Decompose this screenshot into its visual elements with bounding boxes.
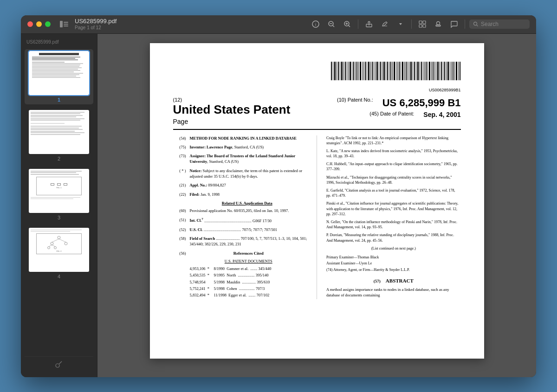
- svg-rect-65: [382, 62, 382, 80]
- svg-rect-99: [440, 62, 440, 80]
- page-thumb-1[interactable]: 1: [25, 49, 93, 104]
- zoom-in-icon[interactable]: [341, 18, 354, 31]
- ref-num-3: 5,748,954: [190, 279, 212, 285]
- svg-rect-78: [404, 62, 405, 80]
- svg-rect-76: [401, 62, 401, 80]
- minimize-button[interactable]: [36, 21, 42, 27]
- svg-point-29: [48, 247, 50, 249]
- svg-line-27: [52, 239, 59, 242]
- examiner-primary: Primary Examiner—Thomas Black: [326, 255, 461, 260]
- field-52-label: U.S. Cl.: [190, 227, 203, 232]
- ref-detail-5: 11/1998 Egger et al. ....... 707/102: [214, 292, 270, 298]
- svg-point-24: [58, 236, 60, 239]
- field-60-content: Provisional application No. 60/035,205, …: [190, 208, 308, 213]
- page-thumb-4[interactable]: FIG. 2 4: [25, 226, 93, 281]
- svg-rect-91: [426, 62, 427, 80]
- patent-id-text: US006285999B1: [173, 88, 461, 92]
- stamp-icon[interactable]: [432, 18, 445, 31]
- svg-rect-51: [358, 62, 359, 80]
- info-icon[interactable]: i: [309, 18, 322, 31]
- thumbnails-icon[interactable]: [416, 18, 429, 31]
- ref-item-1: 4,953,106 * 8/1990 Gansner et al. ......…: [190, 266, 308, 271]
- svg-line-28: [59, 239, 66, 242]
- svg-rect-85: [416, 62, 416, 80]
- patent-title: United States Patent: [173, 103, 291, 117]
- pdf-page: US006285999B1 (12) United States Patent …: [150, 43, 484, 359]
- sidebar-label: US6285999.pdf: [25, 39, 93, 45]
- field-22-value: Jan. 9, 1998: [201, 192, 220, 197]
- annotate-icon[interactable]: [378, 18, 391, 31]
- right-ref-6: Pinski et al., "Citation influence for j…: [326, 201, 461, 217]
- field-75-content: Inventor: Lawrence Page, Stanford, CA (U…: [190, 144, 308, 150]
- field-notice-value: Subject to any disclaimer, the term of t…: [190, 168, 303, 179]
- field-51-value: G06F 17/30: [253, 218, 272, 223]
- field-notice-num: ( * ): [173, 168, 186, 180]
- ref-detail-2: 9/1995 North ................. 395/140: [214, 272, 269, 278]
- svg-rect-61: [375, 62, 376, 80]
- comment-icon[interactable]: [447, 18, 460, 31]
- svg-rect-58: [370, 62, 371, 80]
- svg-rect-16: [419, 21, 422, 24]
- maximize-button[interactable]: [45, 21, 51, 27]
- close-button[interactable]: [27, 21, 33, 27]
- ref-num-4: 5,752,241 *: [190, 286, 212, 291]
- patent-title-row: (12) United States Patent Page (10) Pate…: [173, 97, 461, 130]
- field-notice-label: Notice:: [190, 168, 203, 173]
- thumb-frame-3: FIG. 1: [29, 169, 89, 213]
- search-input[interactable]: [481, 21, 523, 27]
- title-page: Page 1 of 12: [75, 25, 117, 31]
- field-58-label: Field of Search: [190, 236, 215, 241]
- search-bar[interactable]: [469, 19, 530, 29]
- field-54-label: METHOD FOR NODE RANKING IN A LINKED DATA…: [190, 136, 297, 141]
- ref-title: References Cited: [190, 251, 308, 257]
- ref-detail-1: 8/1990 Gansner et al. ....... 345/440: [214, 266, 272, 271]
- svg-rect-96: [434, 62, 435, 80]
- thumb-frame-1: [29, 51, 89, 95]
- svg-rect-43: [345, 62, 346, 80]
- pdf-area: US006285999B1 (12) United States Patent …: [97, 34, 536, 377]
- annotate-dropdown-icon[interactable]: [394, 18, 407, 31]
- patent-body: (54) METHOD FOR NODE RANKING IN A LINKED…: [173, 135, 461, 299]
- field-51-label: Int. Cl.7: [190, 218, 203, 223]
- field-73-content: Assignee: The Board of Trustees of the L…: [190, 153, 308, 165]
- svg-rect-49: [355, 62, 356, 80]
- svg-rect-108: [454, 62, 455, 80]
- field-51-content: Int. Cl.7 ..............................…: [190, 217, 308, 224]
- field-58: (58) Field of Search ...................…: [173, 236, 308, 247]
- field-22: (22) Filed: Jan. 9, 1998: [173, 192, 308, 197]
- svg-line-10: [349, 26, 350, 27]
- svg-rect-0: [60, 21, 63, 27]
- sidebar-toggle-button[interactable]: [59, 19, 69, 29]
- svg-rect-19: [423, 25, 426, 27]
- ref-num-1: 4,953,106 *: [190, 266, 212, 271]
- examiner-assistant: Assistant Examiner—Uyen Le: [326, 261, 461, 266]
- sidebar: US6285999.pdf: [21, 34, 97, 377]
- svg-rect-71: [392, 62, 393, 80]
- svg-line-34: [59, 361, 62, 364]
- barcode-svg: [331, 62, 461, 85]
- svg-rect-57: [368, 62, 369, 80]
- page-thumb-2[interactable]: 2: [25, 108, 93, 163]
- field-21-content: Appl. No.: 09/004,827: [190, 182, 308, 188]
- app-window: US6285999.pdf Page 1 of 12 i: [21, 15, 536, 377]
- title-info: US6285999.pdf Page 1 of 12: [75, 18, 117, 31]
- right-ref-4: Mizruchi et al., "Techniques for disaggr…: [326, 175, 461, 185]
- column-divider: [317, 135, 317, 299]
- thumb-frame-4: FIG. 2: [29, 228, 89, 272]
- field-60: (60) Provisional application No. 60/035,…: [173, 208, 308, 213]
- patent-number-value: US 6,285,999 B1: [382, 97, 461, 109]
- svg-point-26: [65, 242, 67, 245]
- patent-num-label: (12): [173, 97, 291, 103]
- field-51-num: (51): [173, 217, 186, 224]
- zoom-out-icon[interactable]: [325, 18, 338, 31]
- page-thumb-3[interactable]: FIG. 1 3: [25, 167, 93, 222]
- share-icon[interactable]: [363, 18, 376, 31]
- patent-no-line: (10) Patent No.: US 6,285,999 B1: [337, 97, 460, 109]
- svg-rect-70: [390, 62, 391, 80]
- us-patent-refs: 4,953,106 * 8/1990 Gansner et al. ......…: [190, 266, 308, 298]
- svg-rect-105: [450, 62, 450, 80]
- svg-rect-101: [443, 62, 443, 80]
- thumb-page-num-3: 3: [58, 215, 60, 220]
- svg-rect-17: [423, 21, 426, 24]
- field-54-content: METHOD FOR NODE RANKING IN A LINKED DATA…: [190, 135, 308, 141]
